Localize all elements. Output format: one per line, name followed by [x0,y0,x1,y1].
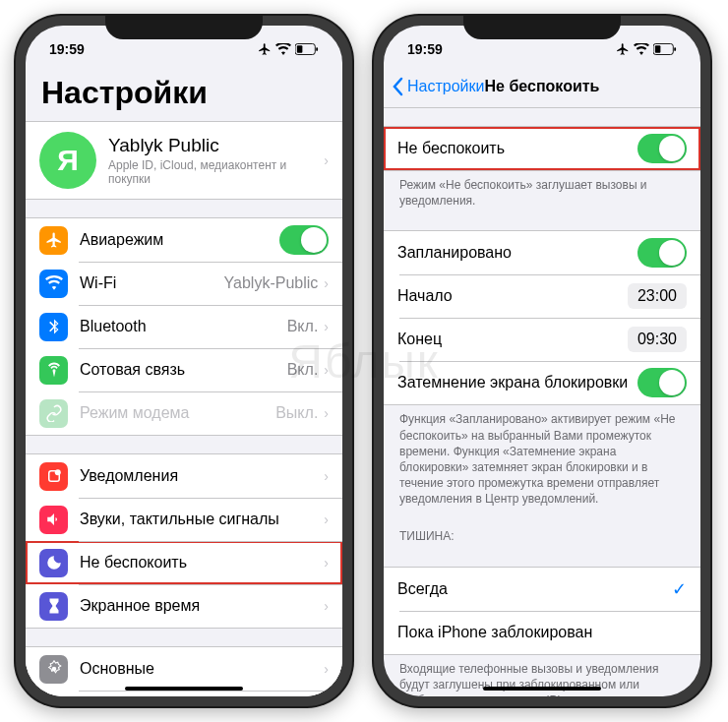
airplane-icon [39,226,68,255]
silence-locked-row[interactable]: Пока iPhone заблокирован [384,611,700,654]
profile-subtitle: Apple ID, iCloud, медиаконтент и покупки [108,158,324,186]
phone-right: 19:59 Настройки Не беспокоить Не беспоко… [372,14,712,708]
notch [463,14,621,39]
wifi-row[interactable]: Wi-Fi Yablyk-Public › [26,262,342,305]
silence-always-row[interactable]: Всегда ✓ [384,568,700,611]
svg-rect-1 [297,45,303,52]
end-time-row[interactable]: Конец 09:30 [384,318,700,361]
row-label: Пока iPhone заблокирован [397,624,687,641]
status-indicators [616,42,677,56]
row-label: Затемнение экрана блокировки [397,374,637,391]
chevron-right-icon: › [324,468,329,484]
row-label: Сотовая связь [80,361,287,379]
notch [105,14,263,39]
gear-icon [39,655,68,684]
status-indicators [258,42,319,56]
chevron-right-icon: › [324,152,329,168]
do-not-disturb-row[interactable]: Не беспокоить › [26,541,342,584]
hotspot-row[interactable]: Режим модема Выкл. › [26,391,342,435]
general-row[interactable]: Основные › [26,647,342,691]
row-label: Всегда [397,580,672,598]
dnd-footer: Режим «Не беспокоить» заглушает вызовы и… [384,171,700,212]
row-detail: Вкл. [287,318,319,335]
wifi-icon [275,43,291,55]
svg-rect-13 [655,45,661,52]
svg-rect-14 [674,47,676,51]
avatar: Я [39,132,96,189]
row-label: Запланировано [397,244,637,262]
chevron-right-icon: › [324,275,329,291]
row-label: Основные [80,660,324,678]
chevron-right-icon: › [324,598,329,614]
phone-left: 19:59 Настройки Я Yablyk Public Apple ID… [14,14,354,708]
row-label: Звуки, тактильные сигналы [80,511,324,528]
back-button[interactable]: Настройки [392,77,484,96]
battery-icon [295,43,319,55]
row-label: Авиарежим [80,231,279,249]
row-label: Wi-Fi [80,274,224,292]
control-center-row[interactable]: Пункт управления › [26,691,342,696]
chevron-right-icon: › [324,511,329,527]
dnd-toggle-row[interactable]: Не беспокоить [384,127,700,170]
bluetooth-row[interactable]: Bluetooth Вкл. › [26,305,342,348]
status-time: 19:59 [49,41,85,57]
row-detail: Выкл. [275,404,318,422]
row-label: Уведомления [80,467,324,485]
dnd-toggle[interactable] [637,134,687,163]
chevron-right-icon: › [324,555,329,571]
screentime-row[interactable]: Экранное время › [26,584,342,628]
moon-icon [39,549,68,577]
scheduled-footer: Функция «Запланировано» активирует режим… [384,405,700,511]
dim-lock-screen-row[interactable]: Затемнение экрана блокировки [384,361,700,404]
nav-title: Не беспокоить [485,78,600,95]
chevron-right-icon: › [324,362,329,378]
checkmark-icon: ✓ [672,578,687,600]
dim-toggle[interactable] [637,368,687,397]
row-detail: Вкл. [287,361,319,379]
notifications-row[interactable]: Уведомления › [26,454,342,498]
home-indicator[interactable] [483,687,601,691]
svg-point-4 [54,469,60,475]
airplane-mode-row[interactable]: Авиарежим [26,218,342,262]
airplane-icon [258,42,272,56]
wifi-icon [39,270,68,298]
page-title: Настройки [26,65,342,121]
row-label: Начало [397,287,628,305]
chevron-right-icon: › [324,405,329,421]
start-time-row[interactable]: Начало 23:00 [384,274,700,318]
airplane-toggle[interactable] [279,225,329,255]
nav-bar: Настройки Не беспокоить [384,65,700,108]
scheduled-row[interactable]: Запланировано [384,231,700,274]
battery-icon [653,43,677,55]
row-label: Не беспокоить [80,554,324,572]
home-indicator[interactable] [125,687,243,691]
status-time: 19:59 [407,41,443,57]
svg-rect-2 [316,47,318,51]
row-label: Режим модема [80,404,275,422]
sounds-row[interactable]: Звуки, тактильные сигналы › [26,498,342,541]
chevron-right-icon: › [324,319,329,334]
back-label: Настройки [407,78,484,95]
scheduled-toggle[interactable] [637,238,687,268]
row-detail: Yablyk-Public [224,274,319,292]
cellular-row[interactable]: Сотовая связь Вкл. › [26,348,342,391]
silence-header: ТИШИНА: [384,511,700,549]
speaker-icon [39,506,68,534]
antenna-icon [39,356,68,385]
profile-name: Yablyk Public [108,135,324,156]
wifi-icon [634,43,649,55]
row-label: Bluetooth [80,318,287,335]
row-label: Экранное время [80,597,324,615]
hourglass-icon [39,592,68,621]
bluetooth-icon [39,313,68,341]
row-label: Не беспокоить [397,140,637,157]
apple-id-row[interactable]: Я Yablyk Public Apple ID, iCloud, медиак… [26,122,342,199]
end-time-value[interactable]: 09:30 [628,327,687,352]
airplane-icon [616,42,630,56]
bell-icon [39,462,68,491]
chevron-left-icon [392,77,403,96]
start-time-value[interactable]: 23:00 [628,283,687,309]
chevron-right-icon: › [324,661,329,677]
link-icon [39,399,68,428]
row-label: Конец [397,331,628,348]
